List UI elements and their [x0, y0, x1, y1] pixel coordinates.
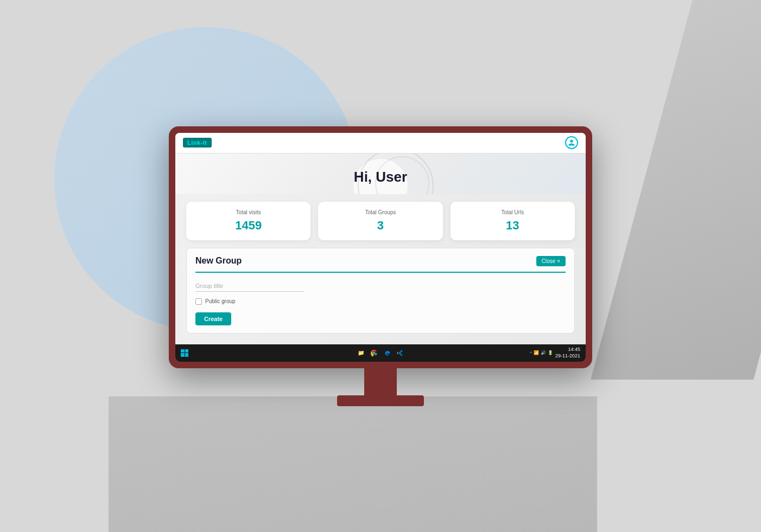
create-button[interactable]: Create: [195, 312, 231, 325]
stat-label-urls: Total Urls: [459, 209, 566, 215]
stat-value-groups: 3: [327, 219, 434, 233]
stat-label-visits: Total visits: [195, 209, 302, 215]
monitor: Link-It Hi, User: [169, 126, 592, 406]
taskbar-center: 📁: [357, 349, 404, 357]
app-header: Link-It: [175, 133, 586, 153]
chevron-icon: ^: [530, 350, 532, 355]
clock-time: 14:45: [555, 347, 580, 353]
system-tray-icons: ^ 📶 🔊 🔋: [530, 350, 553, 355]
chrome-icon[interactable]: [370, 349, 378, 357]
clock-date: 29-11-2021: [555, 353, 580, 360]
wifi-icon: 📶: [534, 350, 539, 355]
public-group-row: Public group: [195, 298, 566, 305]
monitor-bezel: Link-It Hi, User: [169, 126, 592, 368]
stat-card-visits: Total visits 1459: [186, 202, 310, 240]
taskbar-right: ^ 📶 🔊 🔋 14:45 29-11-2021: [530, 347, 580, 359]
bg-diagonal-bottom: [109, 396, 597, 532]
time-display: 14:45 29-11-2021: [555, 347, 580, 359]
monitor-stand-base: [337, 395, 424, 406]
user-avatar-icon[interactable]: [565, 136, 578, 149]
new-group-header: New Group Close ×: [195, 256, 566, 273]
vscode-icon[interactable]: [396, 349, 404, 357]
public-group-label: Public group: [205, 298, 236, 304]
group-title-input[interactable]: [195, 280, 304, 292]
folder-icon[interactable]: 📁: [357, 349, 365, 357]
public-group-checkbox[interactable]: [195, 298, 202, 305]
stat-label-groups: Total Groups: [327, 209, 434, 215]
stat-card-urls: Total Urls 13: [451, 202, 575, 240]
stat-value-visits: 1459: [195, 219, 302, 233]
taskbar-left: [181, 349, 188, 357]
svg-point-1: [373, 351, 375, 354]
volume-icon: 🔊: [541, 350, 546, 355]
app-content: Hi, User Total visits 1459 Total Groups …: [175, 153, 586, 344]
windows-grid-icon[interactable]: [181, 349, 188, 357]
hero-section: Hi, User: [175, 153, 586, 194]
stat-card-groups: Total Groups 3: [318, 202, 442, 240]
stats-row: Total visits 1459 Total Groups 3 Total U…: [175, 194, 586, 248]
battery-icon: 🔋: [548, 350, 553, 355]
bg-diagonal-right: [591, 0, 761, 380]
edge-icon[interactable]: [383, 349, 391, 357]
logo: Link-It: [183, 138, 212, 148]
close-button[interactable]: Close ×: [536, 256, 566, 266]
taskbar: 📁: [175, 344, 586, 362]
monitor-stand-neck: [364, 368, 397, 395]
monitor-screen: Link-It Hi, User: [175, 133, 586, 362]
new-group-panel: New Group Close × Public group Create: [186, 248, 575, 334]
new-group-title: New Group: [195, 256, 242, 266]
new-group-section: New Group Close × Public group Create: [175, 248, 586, 344]
hero-greeting: Hi, User: [186, 164, 575, 185]
stat-value-urls: 13: [459, 219, 566, 233]
